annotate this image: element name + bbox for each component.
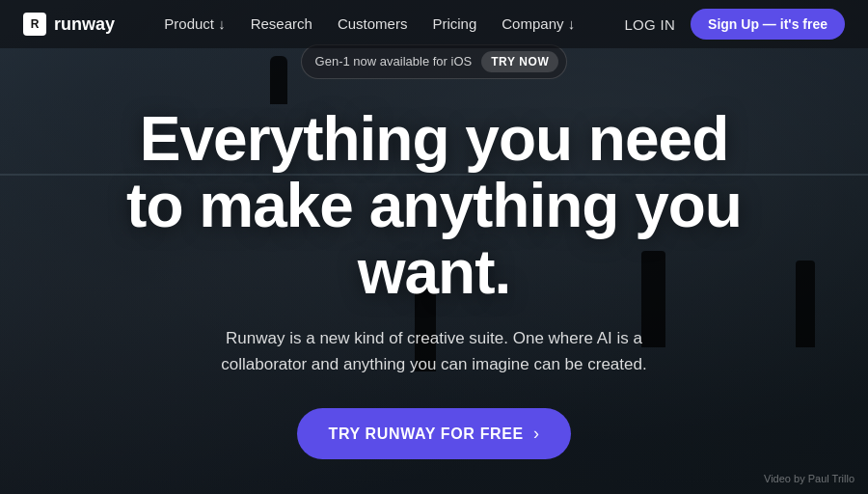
- navbar: R runway Product ↓ Research Customers Pr…: [0, 0, 868, 48]
- cta-arrow-icon: ›: [533, 424, 540, 444]
- banner-pill: Gen-1 now available for iOS TRY NOW: [301, 44, 568, 79]
- headline-line1: Everything you need: [140, 104, 728, 174]
- logo-icon: R: [23, 13, 46, 36]
- signup-button[interactable]: Sign Up — it's free: [691, 9, 845, 40]
- nav-item-product[interactable]: Product ↓: [154, 10, 234, 38]
- nav-item-company[interactable]: Company ↓: [492, 10, 584, 38]
- cta-label: TRY RUNWAY FOR FREE: [328, 425, 523, 443]
- nav-item-pricing[interactable]: Pricing: [422, 10, 486, 38]
- headline-line2: to make anything you want.: [126, 171, 742, 307]
- nav-right: LOG IN Sign Up — it's free: [624, 9, 845, 40]
- nav-item-research[interactable]: Research: [241, 10, 322, 38]
- logo[interactable]: R runway: [23, 13, 115, 36]
- logo-text: runway: [54, 14, 115, 35]
- banner-try-now-button[interactable]: TRY NOW: [481, 51, 558, 72]
- banner-text: Gen-1 now available for iOS: [315, 54, 473, 69]
- hero-subheadline: Runway is a new kind of creative suite. …: [183, 325, 685, 377]
- hero-headline: Everything you need to make anything you…: [48, 106, 820, 306]
- nav-links: Product ↓ Research Customers Pricing Com…: [154, 15, 584, 33]
- hero-section: Gen-1 now available for iOS TRY NOW Ever…: [0, 10, 868, 494]
- video-credit: Video by Paul Trillo: [764, 473, 854, 484]
- nav-item-customers[interactable]: Customers: [328, 10, 418, 38]
- cta-button[interactable]: TRY RUNWAY FOR FREE ›: [297, 408, 570, 459]
- login-button[interactable]: LOG IN: [624, 16, 675, 33]
